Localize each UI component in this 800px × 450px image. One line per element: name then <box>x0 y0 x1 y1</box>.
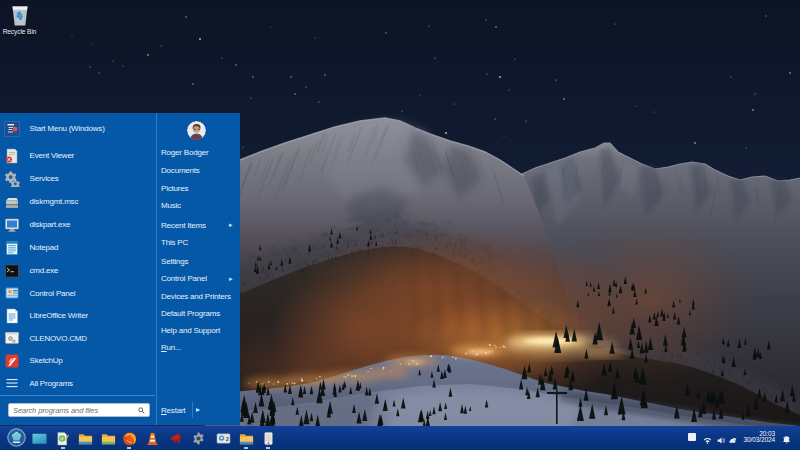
svg-text:2: 2 <box>225 435 228 441</box>
